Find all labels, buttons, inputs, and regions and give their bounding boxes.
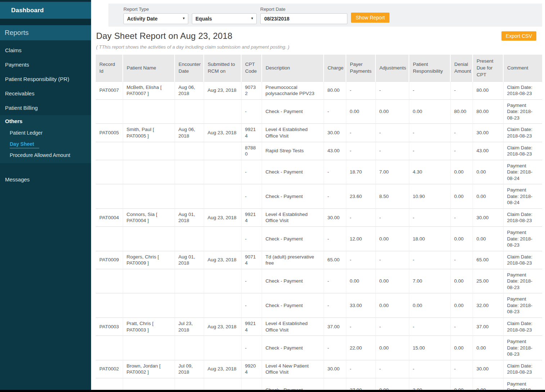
column-header: Patient Responsibility [409,55,450,82]
table-cell: 0.00 [473,184,503,209]
table-cell: 65.00 [473,251,503,269]
table-cell: Aug 01, 2018 [175,208,204,226]
table-row: PAT0007McBeth, Elisha [ PAT0007 ]Aug 06,… [96,81,542,99]
sidebar-item-patient-billing[interactable]: Patient Billing [0,101,91,115]
table-cell: - [409,317,450,335]
table-cell [175,226,204,251]
table-cell: - [375,251,409,269]
table-cell: Check - Payment [262,184,324,209]
table-row: PAT0004Connors, Sia [ PAT0004 ]Aug 01, 2… [96,208,542,226]
table-cell: 0.00 [450,184,473,209]
table-cell: 30.00 [473,360,503,378]
sidebar-section-reports[interactable]: Reports [0,25,91,40]
sidebar-item-claims[interactable]: Claims [0,43,91,58]
table-cell: 0.00 [375,99,409,124]
table-cell [204,160,241,184]
table-cell: - [324,293,346,318]
table-cell: Aug 23, 2018 [204,251,241,269]
sidebar-item-patient-responsibility[interactable]: Patient Responsibility (PR) [0,72,91,86]
table-cell: PAT0005 [96,124,123,142]
table-cell [175,336,204,360]
table-cell: - [450,142,473,160]
table-cell: PAT0004 [96,208,123,226]
sidebar-section-others: Others Patient Ledger Day Sheet Procedur… [0,115,91,163]
export-csv-button[interactable]: Export CSV [501,31,536,41]
report-date-input[interactable] [260,13,347,24]
table-cell: Smith, Paul [ PAT0005 ] [123,124,175,142]
table-cell [96,99,123,124]
table-cell: Level 4 New Patient Office Visit [262,360,324,378]
table-cell: - [346,81,375,99]
table-cell [175,293,204,318]
table-cell [204,269,241,293]
table-cell: 30.00 [473,124,503,142]
table-cell: - [346,142,375,160]
table-cell: Claim Date: 2018-08-23 [503,251,542,269]
table-row: -Check - Payment-33.000.000.000.0032.00P… [96,293,542,318]
table-cell: 37.00 [324,317,346,335]
sidebar-item-messages[interactable]: Messages [0,173,91,186]
sidebar-item-patient-ledger[interactable]: Patient Ledger [0,127,91,139]
table-cell: 7.00 [375,160,409,184]
sidebar-item-dashboard[interactable]: Dashboard [0,2,91,19]
table-cell: 0.00 [346,99,375,124]
table-cell [96,160,123,184]
table-cell: Claim Date: 2018-08-23 [503,81,542,99]
report-type-select[interactable]: Activity Date [123,13,188,24]
show-report-button[interactable]: Show Report [351,13,389,23]
table-cell: Jul 09, 2018 [175,360,204,378]
table-cell: Aug 23, 2018 [204,317,241,335]
table-cell [204,184,241,209]
table-cell: Aug 06, 2018 [175,81,204,99]
table-cell: - [324,184,346,209]
table-cell: Payment Date: 2018-08-23 [503,336,542,360]
table-cell [123,269,175,293]
table-cell: Jul 23, 2018 [175,317,204,335]
table-cell: 37.00 [473,317,503,335]
table-cell: - [241,184,262,209]
table-cell: Claim Date: 2018-08-23 [503,208,542,226]
table-cell: 80.00 [473,81,503,99]
table-row: PAT0009Rogers, Chris [ PAT0009 ]Aug 01, … [96,251,542,269]
report-type-select-wrap: Activity Date ▼ [123,13,188,24]
sidebar-item-payments[interactable]: Payments [0,58,91,72]
table-cell: 30.00 [473,208,503,226]
table-cell: 80.00 [450,99,473,124]
sidebar-item-receivables[interactable]: Receivables [0,86,91,101]
table-cell: Payment Date: 2018-08-23 [503,293,542,318]
table-cell: - [450,251,473,269]
table-cell: Claim Date: 2018-08-23 [503,317,542,335]
table-cell: 12.00 [346,226,375,251]
table-cell: 33.00 [346,293,375,318]
table-row: -Check - Payment-18.707.004.300.000.00Pa… [96,160,542,184]
sidebar-item-day-sheet[interactable]: Day Sheet [0,139,91,150]
sidebar-item-others[interactable]: Others [0,115,91,127]
table-cell: Payment Date: 2018-08-24 [503,184,542,209]
table-cell: Aug 23, 2018 [204,208,241,226]
bottom-window-edge [0,390,545,392]
sidebar-divider [0,19,91,25]
column-header: Encounter Date [175,55,204,82]
table-cell [96,293,123,318]
table-cell: McBeth, Elisha [ PAT0007 ] [123,81,175,99]
table-row: PAT0002Brown, Jordan [ PAT0002 ]Jul 09, … [96,360,542,378]
table-cell [123,160,175,184]
sidebar-item-procedure-allowed-amount[interactable]: Procedure Allowed Amount [0,150,91,161]
table-cell: - [409,124,450,142]
operator-select[interactable]: Equals [192,13,257,24]
column-header: Comment [503,55,542,82]
table-cell: 25.00 [473,269,503,293]
table-cell: - [450,360,473,378]
table-cell: Payment Date: 2018-08-24 [503,160,542,184]
table-cell: - [409,360,450,378]
table-row: -Check - Payment-12.000.0018.000.000.00P… [96,226,542,251]
table-cell: Aug 23, 2018 [204,360,241,378]
table-cell: - [324,269,346,293]
table-cell: PAT0009 [96,251,123,269]
table-cell: - [241,226,262,251]
table-cell: 0.00 [450,336,473,360]
table-cell: 8.50 [375,184,409,209]
table-cell: 0.00 [375,226,409,251]
table-cell [204,336,241,360]
table-cell: - [375,317,409,335]
